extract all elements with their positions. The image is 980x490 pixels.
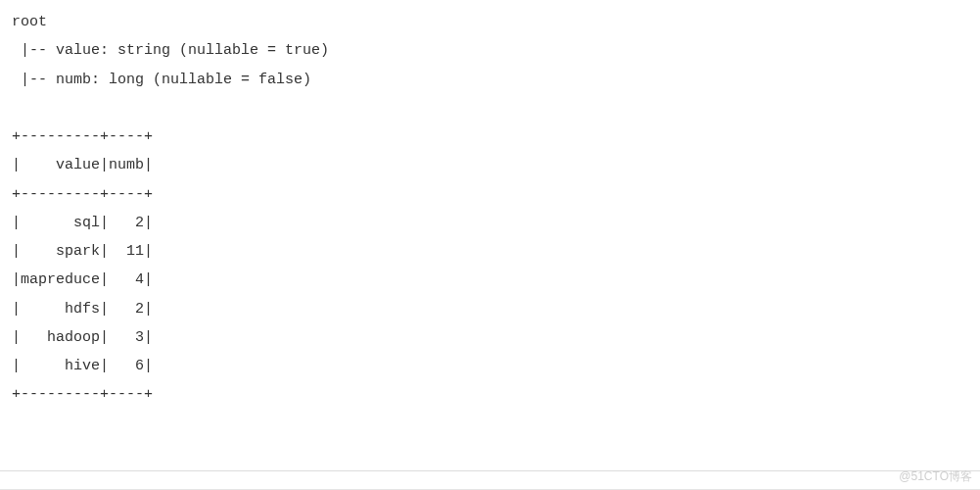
watermark: @51CTO博客 — [899, 468, 972, 485]
output-pre: root |-- value: string (nullable = true)… — [12, 8, 968, 410]
table-row: |mapreduce| 4| — [12, 271, 153, 288]
table-row: | hdfs| 2| — [12, 301, 153, 318]
table-row: | sql| 2| — [12, 215, 153, 231]
table-border: +---------+----+ — [12, 386, 153, 403]
table-border: +---------+----+ — [12, 186, 153, 203]
divider — [0, 470, 980, 471]
schema-root: root — [12, 14, 47, 30]
table-header: | value|numb| — [12, 157, 153, 173]
table-row: | hive| 6| — [12, 358, 153, 374]
code-output-block: root |-- value: string (nullable = true)… — [0, 0, 980, 490]
table-border: +---------+----+ — [12, 128, 153, 145]
schema-field-line: |-- value: string (nullable = true) — [12, 42, 329, 59]
schema-field-line: |-- numb: long (nullable = false) — [12, 72, 311, 88]
table-row: | spark| 11| — [12, 243, 153, 260]
table-row: | hadoop| 3| — [12, 329, 153, 346]
